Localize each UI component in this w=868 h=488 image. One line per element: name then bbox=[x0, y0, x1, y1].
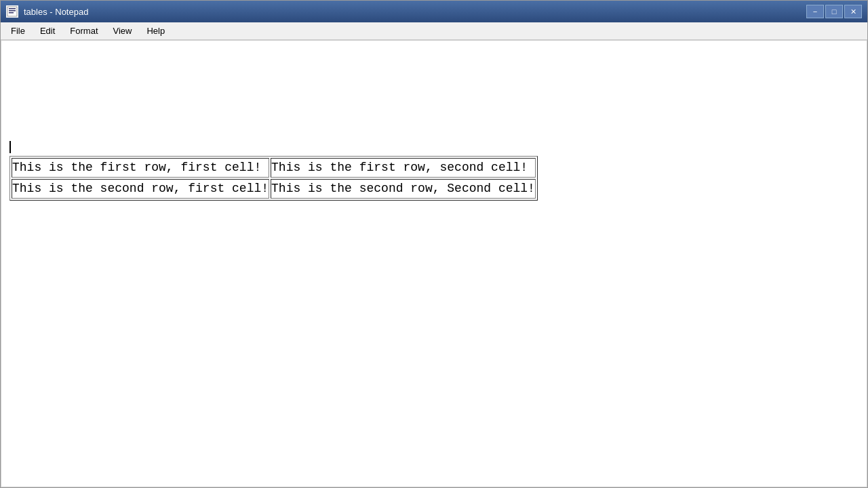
menu-edit[interactable]: Edit bbox=[33, 23, 62, 39]
title-bar: tables - Notepad − □ ✕ bbox=[1, 1, 867, 22]
app-icon bbox=[6, 5, 18, 18]
menu-file[interactable]: File bbox=[3, 23, 33, 39]
maximize-button[interactable]: □ bbox=[825, 5, 843, 18]
editor-content[interactable]: This is the title This is the first row,… bbox=[1, 41, 867, 487]
svg-rect-2 bbox=[9, 10, 16, 12]
text-cursor bbox=[9, 141, 11, 153]
close-button[interactable]: ✕ bbox=[844, 5, 862, 18]
editor-area[interactable]: This is the title This is the first row,… bbox=[1, 40, 867, 487]
menu-view[interactable]: View bbox=[106, 23, 140, 39]
notepad-window: tables - Notepad − □ ✕ File Edit Format … bbox=[0, 0, 868, 488]
window-title: tables - Notepad bbox=[24, 7, 801, 17]
svg-rect-3 bbox=[9, 12, 14, 14]
menu-format[interactable]: Format bbox=[62, 23, 105, 39]
menu-bar: File Edit Format View Help bbox=[1, 22, 867, 40]
svg-rect-1 bbox=[9, 8, 16, 9]
minimize-button[interactable]: − bbox=[806, 5, 824, 18]
window-controls: − □ ✕ bbox=[806, 5, 862, 18]
menu-help[interactable]: Help bbox=[139, 23, 172, 39]
